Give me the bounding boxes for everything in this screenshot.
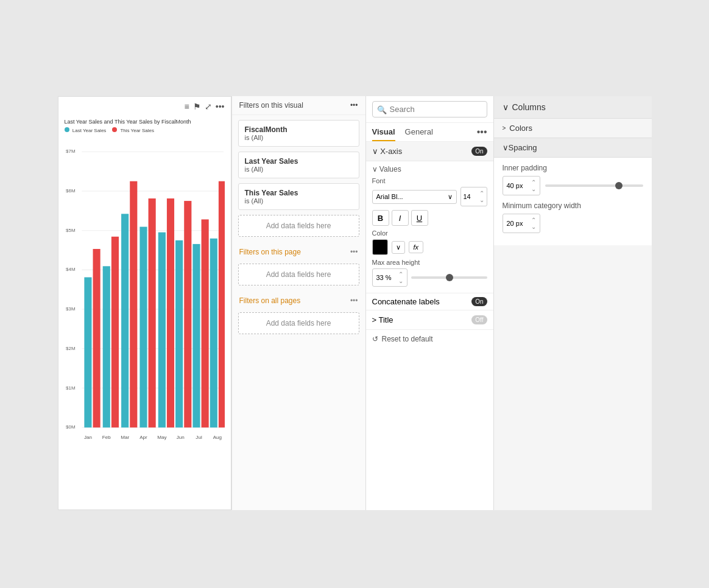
filters-all-more[interactable]: ••• (350, 296, 358, 305)
svg-text:$1M: $1M (66, 385, 76, 391)
filter-card-fiscalmonth[interactable]: FiscalMonth is (All) (238, 120, 359, 147)
columns-label: Columns (512, 102, 546, 112)
title-toggle[interactable]: Off (471, 315, 487, 324)
spinner-min-cat[interactable]: ⌃⌄ (531, 217, 536, 230)
max-area-thumb (446, 274, 453, 281)
bar-jul-ly (192, 244, 200, 427)
xaxis-header[interactable]: ∨ X-axis On (366, 142, 493, 161)
svg-text:$0M: $0M (66, 424, 76, 430)
bar-may-ly (158, 233, 165, 428)
filters-page-more[interactable]: ••• (350, 248, 358, 256)
bar-feb-ly (102, 266, 110, 427)
chevron-icon-font: ∨ (448, 193, 453, 201)
svg-text:$7M: $7M (66, 149, 76, 154)
tab-general[interactable]: General (405, 127, 433, 141)
reset-bar[interactable]: ↺ Reset to default (366, 330, 493, 348)
svg-text:May: May (157, 435, 167, 440)
bar-mar-ty (130, 181, 137, 428)
max-area-slider-row: 33 % ⌃⌄ (372, 268, 487, 287)
search-bar: 🔍 (366, 96, 493, 123)
svg-text:$4M: $4M (66, 267, 76, 272)
search-wrap: 🔍 (372, 101, 487, 117)
filter-add-all[interactable]: Add data fields here (238, 312, 359, 334)
chart-toolbar: ≡ ⚑ ⤢ ••• (181, 99, 228, 114)
xaxis-toggle[interactable]: On (471, 147, 487, 156)
colors-header[interactable]: > Colors (494, 119, 652, 138)
bar-apr-ly (139, 227, 147, 428)
bar-jun-ty (184, 201, 191, 427)
filter-card-lastyear[interactable]: Last Year Sales is (All) (238, 152, 359, 178)
color-swatch[interactable] (372, 239, 388, 255)
color-dropdown[interactable]: ∨ (392, 241, 405, 254)
min-cat-row: 20 px ⌃⌄ (503, 214, 643, 233)
chart-area: $7M $6M $5M $4M $3M $2M $1M $0M (58, 135, 231, 475)
legend-item-ty: This Year Sales (112, 127, 154, 133)
chevron-right-icon: > (372, 315, 379, 324)
max-area-slider[interactable] (411, 276, 487, 279)
title-section[interactable]: > Title Off (366, 310, 493, 330)
more-icon[interactable]: ••• (216, 102, 225, 111)
bar-jul-ty (201, 219, 208, 427)
search-input[interactable] (372, 101, 487, 117)
spinner-inner-pad[interactable]: ⌃⌄ (531, 179, 536, 192)
svg-text:Jul: Jul (196, 435, 202, 440)
bar-jan-ty (93, 249, 100, 427)
bold-button[interactable]: B (372, 210, 389, 226)
min-cat-box[interactable]: 20 px ⌃⌄ (503, 214, 540, 233)
color-row: ∨ fx (372, 239, 487, 255)
font-family-select[interactable]: Arial Bl... ∨ (372, 190, 457, 204)
filters-visual-more[interactable]: ••• (350, 101, 358, 110)
svg-text:Mar: Mar (121, 435, 129, 440)
spinner-area[interactable]: ⌃⌄ (398, 271, 403, 284)
filters-page-header: Filters on this page ••• (232, 242, 365, 259)
svg-text:Jan: Jan (83, 435, 91, 440)
expand-icon[interactable]: ⤢ (205, 102, 212, 111)
spinner-font-size[interactable]: ⌃⌄ (479, 190, 484, 203)
spacing-section: ∨ Spacing Inner padding 40 px ⌃⌄ Minimum… (494, 138, 652, 245)
spacing-header[interactable]: ∨ Spacing (494, 138, 652, 158)
min-cat-label: Minimum category width (503, 201, 643, 210)
format-tabs: Visual General ••• (366, 123, 493, 142)
title-label: > Title (372, 315, 393, 324)
tab-visual[interactable]: Visual (372, 127, 395, 141)
concat-toggle[interactable]: On (471, 297, 487, 306)
chevron-down-icon: ∨ (372, 147, 381, 156)
font-size-input[interactable]: 14 ⌃⌄ (460, 187, 487, 206)
filters-all-header: Filters on all pages ••• (232, 290, 365, 307)
hamburger-icon[interactable]: ≡ (185, 102, 189, 111)
filter-add-visual[interactable]: Add data fields here (238, 215, 359, 237)
columns-panel: ∨ Columns > Colors ∨ Spacing Inner paddi… (493, 96, 652, 510)
xaxis-label: ∨ X-axis (372, 147, 403, 156)
tab-more[interactable]: ••• (477, 127, 487, 141)
spacing-label: Spacing (509, 143, 537, 152)
chart-legend: Last Year Sales This Year Sales (58, 126, 231, 135)
chart-panel: ≡ ⚑ ⤢ ••• Last Year Sales and This Year … (58, 96, 231, 510)
svg-text:$6M: $6M (66, 188, 76, 194)
format-buttons: B I U (372, 210, 487, 226)
max-area-label: Max area height (372, 259, 487, 266)
svg-text:Jun: Jun (176, 435, 184, 440)
color-label: Color (372, 229, 487, 237)
reset-label: Reset to default (382, 335, 433, 343)
fx-button[interactable]: fx (409, 241, 424, 253)
max-area-value-box[interactable]: 33 % ⌃⌄ (372, 268, 407, 287)
bar-chart-svg: $7M $6M $5M $4M $3M $2M $1M $0M (65, 137, 225, 469)
svg-text:$3M: $3M (66, 306, 76, 312)
filter-card-thisyear[interactable]: This Year Sales is (All) (238, 183, 359, 210)
concatenate-row: Concatenate labels On (366, 293, 493, 310)
svg-text:$5M: $5M (66, 228, 76, 233)
italic-button[interactable]: I (392, 210, 409, 226)
inner-padding-box[interactable]: 40 px ⌃⌄ (503, 176, 540, 195)
reset-icon: ↺ (372, 335, 378, 343)
underline-button[interactable]: U (411, 210, 428, 226)
filter-icon[interactable]: ⚑ (193, 102, 201, 111)
chevron-down-icon-spacing: ∨ (503, 143, 509, 152)
svg-text:$2M: $2M (66, 346, 76, 351)
filter-add-page[interactable]: Add data fields here (238, 264, 359, 285)
values-label: ∨ Values (372, 165, 487, 173)
inner-padding-slider[interactable] (545, 184, 643, 187)
colors-label: Colors (509, 124, 532, 133)
svg-text:Apr: Apr (139, 435, 147, 440)
chevron-right-icon-colors: > (503, 125, 506, 131)
svg-text:Feb: Feb (102, 435, 110, 440)
